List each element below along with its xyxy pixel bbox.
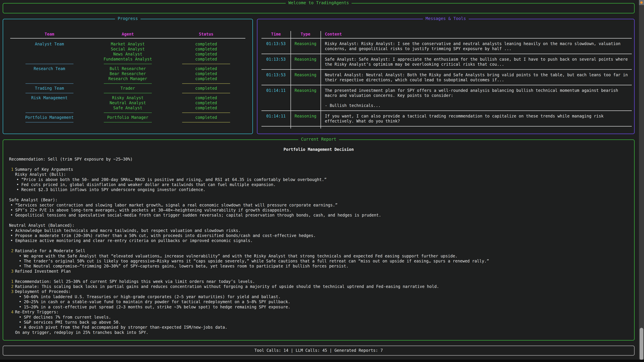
progress-cell-team bbox=[10, 100, 88, 105]
scrollbar-track[interactable] bbox=[639, 0, 644, 362]
report-line: On any trigger, redeploy in 25% tranches… bbox=[9, 330, 634, 335]
report-blank-line bbox=[9, 243, 634, 248]
report-line-text: Recommendation: Sell 25–30% of current S… bbox=[15, 279, 255, 284]
footer-stats: Tool Calls: 14 | LLM Calls: 45 | Generat… bbox=[3, 346, 634, 355]
progress-section-separator bbox=[10, 112, 245, 113]
progress-separator-line bbox=[26, 83, 74, 84]
report-line: • The Neutral compromise—“trimming 20–30… bbox=[9, 264, 634, 269]
progress-separator-cell bbox=[88, 122, 167, 122]
report-line-text: Refined Investment Plan bbox=[15, 269, 70, 274]
message-content-line: Risky Analyst: Risky Analyst: I see the … bbox=[325, 41, 632, 51]
message-content: Neutral Analyst: Neutral Analyst: Both t… bbox=[320, 72, 632, 82]
report-line: • SPY declines 7% from current levels. bbox=[9, 315, 634, 320]
progress-section-separator bbox=[10, 93, 245, 93]
progress-cell-team: Research Team bbox=[10, 66, 88, 71]
progress-row: Trading TeamTradercompleted bbox=[10, 86, 245, 91]
messages-col-content: Content bbox=[320, 32, 632, 37]
progress-separator-cell bbox=[10, 112, 88, 113]
progress-table-body: Analyst TeamMarket AnalystcompletedSocia… bbox=[10, 41, 245, 122]
progress-cell-status: completed bbox=[167, 57, 245, 62]
progress-table-header: Team Agent Status bbox=[10, 32, 245, 37]
progress-separator-cell bbox=[88, 83, 167, 84]
report-line-text: Risky Analyst (Bull): bbox=[15, 172, 66, 177]
report-line-text: • S&P services PMI turns back up above 5… bbox=[19, 320, 121, 325]
message-type: Reasoning bbox=[290, 88, 320, 108]
messages-col-type: Type bbox=[290, 32, 320, 37]
report-panel: Current Report Portfolio Management Deci… bbox=[3, 139, 634, 341]
progress-row: Risk ManagementRisky Analystcompleted bbox=[10, 95, 245, 100]
progress-cell-team bbox=[10, 46, 88, 52]
progress-cell-team bbox=[10, 71, 88, 76]
footer-bar: Tool Calls: 14 | LLM Calls: 45 | Generat… bbox=[3, 346, 634, 356]
report-line-text: Summary of Key Arguments bbox=[15, 167, 73, 172]
messages-panel: Messages & Tools Time Type Content 01:13… bbox=[257, 19, 634, 134]
progress-separator-line bbox=[182, 112, 230, 113]
scroll-top-button[interactable] bbox=[639, 0, 644, 5]
report-line: Neutral Analyst (Balanced): bbox=[9, 223, 634, 228]
progress-cell-team bbox=[10, 105, 88, 110]
report-line: 2Rationale for a Moderate Sell bbox=[9, 248, 634, 253]
message-time: 01:13:53 bbox=[262, 57, 290, 67]
report-line: Safe Analyst (Bear): bbox=[9, 197, 634, 202]
message-row: 01:13:53ReasoningSafe Analyst: Safe Anal… bbox=[262, 54, 632, 69]
progress-cell-agent: Bear Researcher bbox=[88, 71, 167, 76]
messages-col-time: Time bbox=[262, 32, 290, 37]
progress-section-separator bbox=[10, 64, 245, 64]
progress-separator-cell bbox=[10, 93, 88, 93]
welcome-title: Welcome to TradingAgents bbox=[286, 0, 352, 5]
report-list-number: 1 bbox=[11, 167, 14, 172]
report-line-text: • 20–25% in cash or a stable-value fund … bbox=[19, 300, 290, 304]
progress-cell-status: completed bbox=[167, 41, 245, 46]
progress-cell-status: completed bbox=[167, 86, 245, 91]
progress-separator-cell bbox=[10, 64, 88, 64]
message-content-line: The presented investment plan for SPY of… bbox=[325, 88, 632, 98]
report-line: • Fed cuts priced in, global disinflatio… bbox=[9, 182, 634, 187]
message-content: If you want, I can also provide a tactic… bbox=[320, 114, 632, 124]
progress-row: Safe Analystcompleted bbox=[10, 105, 245, 110]
report-line-text: • Emphasize active monitoring and clear … bbox=[10, 238, 253, 243]
progress-separator-line bbox=[104, 112, 152, 113]
progress-cell-agent: Neutral Analyst bbox=[88, 100, 167, 105]
report-line: • We agree with the Safe Analyst that “e… bbox=[9, 254, 634, 259]
progress-cell-agent: Risky Analyst bbox=[88, 95, 167, 100]
progress-separator-cell bbox=[10, 83, 88, 84]
message-content-line: Neutral Analyst: Neutral Analyst: Both t… bbox=[325, 72, 632, 82]
report-line-text: • The Neutral compromise—“trimming 20–30… bbox=[19, 264, 348, 269]
progress-cell-status: completed bbox=[167, 115, 245, 120]
report-line: • 50–60% into laddered U.S. Treasuries o… bbox=[9, 294, 634, 299]
report-line-text: • “Services sector contraction and slowi… bbox=[10, 203, 338, 207]
progress-separator-line bbox=[182, 83, 230, 84]
progress-separator-line bbox=[26, 64, 74, 64]
report-line: • A dovish pivot from the Fed accompanie… bbox=[9, 325, 634, 330]
progress-separator-line bbox=[104, 93, 152, 93]
report-list-number: 4 bbox=[11, 310, 14, 314]
report-line: 2Rationale: This scaling back locks in p… bbox=[9, 284, 634, 289]
progress-cell-agent: Trader bbox=[88, 86, 167, 91]
report-line: • “Price is above both the 50- and 200-d… bbox=[9, 177, 634, 182]
report-line: Recommendation: Sell (trim SPY exposure … bbox=[9, 157, 634, 162]
progress-section-separator bbox=[10, 83, 245, 84]
progress-row: Portfolio ManagementPortfolio Managercom… bbox=[10, 115, 245, 120]
progress-separator-line bbox=[26, 122, 74, 122]
report-line-text: • SPY’s 22× P/E is above long-term avera… bbox=[10, 208, 292, 213]
progress-cell-agent: Research Manager bbox=[88, 76, 167, 81]
progress-cell-status: completed bbox=[167, 105, 245, 110]
progress-row: Social Analystcompleted bbox=[10, 46, 245, 52]
progress-cell-team: Analyst Team bbox=[10, 41, 88, 46]
report-line-text: Rationale for a Moderate Sell bbox=[15, 249, 85, 253]
report-line: • 20–25% in cash or a stable-value fund … bbox=[9, 299, 634, 304]
progress-cell-agent: Market Analyst bbox=[88, 41, 167, 46]
report-line: • Geopolitical tensions and speculative … bbox=[9, 213, 634, 218]
scrollbar-thumb[interactable] bbox=[640, 328, 643, 360]
report-line: • Propose a moderate trim (20–30%) rathe… bbox=[9, 233, 634, 238]
report-line-text: • SPY declines 7% from current levels. bbox=[19, 315, 111, 320]
message-row: 01:13:53ReasoningRisky Analyst: Risky An… bbox=[262, 38, 632, 54]
report-line-text: Recommendation: Sell (trim SPY exposure … bbox=[9, 157, 133, 162]
report-line-text: • Recent $2.3 billion inflows into SPY u… bbox=[16, 187, 206, 192]
progress-cell-status: completed bbox=[167, 66, 245, 71]
messages-table-body: 01:13:53ReasoningRisky Analyst: Risky An… bbox=[262, 38, 632, 126]
progress-cell-status: completed bbox=[167, 100, 245, 105]
progress-row: News Analystcompleted bbox=[10, 52, 245, 57]
progress-panel: Progress Team Agent Status Analyst TeamM… bbox=[3, 19, 253, 134]
message-time: 01:13:53 bbox=[262, 72, 290, 82]
